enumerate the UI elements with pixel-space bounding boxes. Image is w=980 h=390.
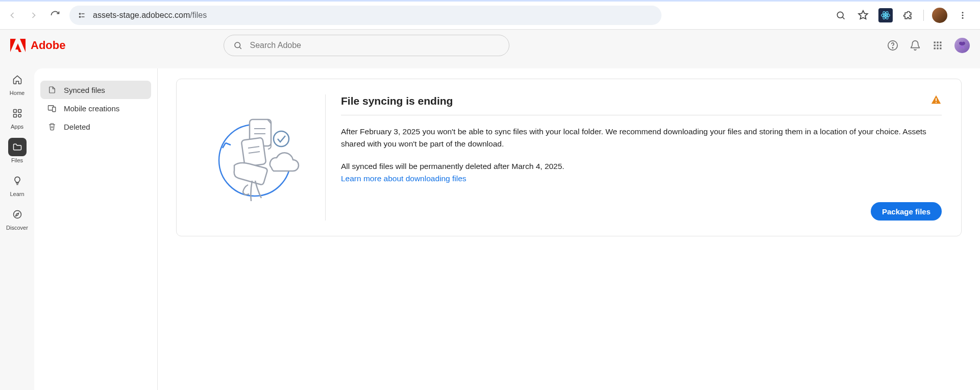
sync-illustration [189,94,326,221]
svg-point-0 [79,13,80,14]
arrow-right-icon [29,10,39,20]
svg-point-8 [962,15,964,16]
svg-rect-20 [937,47,938,49]
lightbulb-icon [12,176,22,186]
adobe-logo-text: Adobe [31,39,65,52]
svg-rect-22 [13,110,16,113]
rail-discover-label: Discover [6,225,28,231]
learn-more-link[interactable]: Learn more about downloading files [341,174,467,183]
main-area: Home Apps Files Learn Discover Synced fi… [0,61,980,390]
svg-rect-14 [937,42,938,43]
browser-url-bar[interactable]: assets-stage.adobecc.com/files [69,6,662,25]
side-item-label: Deleted [64,123,90,131]
svg-rect-13 [934,42,936,43]
adobe-logo[interactable]: Adobe [10,38,65,53]
svg-point-9 [962,17,964,19]
svg-rect-28 [53,107,56,112]
rail-files[interactable]: Files [3,134,32,165]
svg-point-10 [235,42,240,48]
side-item-label: Synced files [64,86,105,94]
notice-heading-row: File syncing is ending [341,94,942,115]
adobe-header: Adobe [0,30,980,61]
svg-rect-21 [940,47,941,49]
notifications-button[interactable] [910,40,921,51]
svg-point-2 [837,12,843,18]
side-item-deleted[interactable]: Deleted [40,117,151,136]
svg-point-36 [274,131,289,147]
butterfly-icon [958,41,967,50]
svg-rect-37 [936,98,937,101]
search-input[interactable] [250,41,500,50]
svg-rect-18 [940,44,941,46]
svg-rect-16 [934,44,936,46]
adobe-logo-icon [10,38,26,53]
svg-point-25 [18,114,21,117]
svg-rect-24 [13,114,16,117]
svg-rect-23 [18,110,21,113]
notice-paragraph-2: All synced files will be permanently del… [341,160,942,185]
url-host: assets-stage.adobecc.com/files [93,11,207,20]
svg-point-26 [13,211,21,218]
rail-discover[interactable]: Discover [3,201,32,233]
svg-rect-19 [934,47,936,49]
svg-point-1 [79,16,80,17]
rail-apps-label: Apps [11,124,23,130]
content-wrap: Synced files Mobile creations Deleted [34,61,980,390]
browser-forward-button[interactable] [27,8,41,22]
browser-reload-button[interactable] [48,8,62,22]
zoom-search-icon[interactable] [834,8,848,22]
side-item-synced-files[interactable]: Synced files [40,81,151,99]
notice-body: File syncing is ending After February 3,… [326,94,949,221]
trash-icon [47,122,57,131]
extensions-puzzle-icon[interactable] [901,8,915,22]
svg-rect-17 [937,44,938,46]
content-area: File syncing is ending After February 3,… [158,68,980,390]
rail-learn[interactable]: Learn [3,167,32,199]
compass-icon [12,209,22,220]
svg-rect-38 [936,102,937,103]
adobe-profile-avatar[interactable] [954,38,970,53]
notice-actions: Package files [341,202,942,221]
rail-apps[interactable]: Apps [3,100,32,132]
bell-icon [910,40,921,51]
svg-point-12 [892,47,893,48]
apps-icon [12,108,22,118]
search-icon [233,41,242,50]
grid-icon [933,40,943,51]
notice-heading: File syncing is ending [341,95,930,107]
rail-home[interactable]: Home [3,66,32,98]
browser-menu-icon[interactable] [955,8,970,22]
notice-paragraph-1: After February 3, 2025 you won't be able… [341,126,942,150]
svg-point-7 [962,12,964,13]
rail-learn-label: Learn [10,191,24,197]
divider [923,10,924,21]
browser-profile-avatar[interactable] [932,8,947,23]
side-item-mobile-creations[interactable]: Mobile creations [40,99,151,117]
site-settings-icon[interactable] [78,11,87,20]
arrow-left-icon [7,10,17,20]
react-devtools-icon[interactable] [878,8,893,22]
header-actions [887,38,970,53]
svg-point-3 [885,14,886,16]
bookmark-star-icon[interactable] [856,8,870,22]
home-icon [12,75,22,85]
warning-icon [930,94,942,108]
browser-actions [834,8,970,23]
side-item-label: Mobile creations [64,104,119,113]
adobe-search-bar[interactable] [224,35,509,56]
rail-files-label: Files [11,157,23,163]
side-panel: Synced files Mobile creations Deleted [34,68,158,390]
file-icon [47,85,57,94]
rail-home-label: Home [10,90,24,96]
folder-icon [12,142,22,152]
left-rail: Home Apps Files Learn Discover [0,61,34,390]
sync-ending-illustration-icon [211,109,303,206]
app-switcher-button[interactable] [932,40,943,51]
help-icon [887,40,898,51]
reload-icon [50,10,60,20]
notice-paragraph-2-text: All synced files will be permanently del… [341,162,565,170]
help-button[interactable] [887,40,898,51]
package-files-button[interactable]: Package files [871,202,942,221]
browser-back-button[interactable] [5,8,19,22]
devices-icon [47,104,57,113]
